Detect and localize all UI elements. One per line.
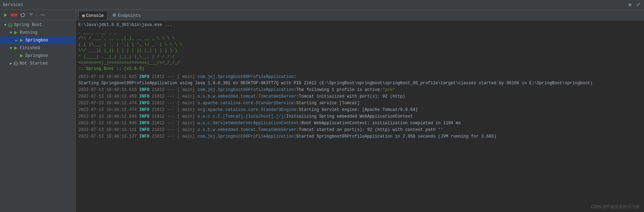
main-content: ▼ Spring Boot ▼ Running [0, 10, 644, 212]
restart-all-button[interactable] [19, 12, 26, 19]
running-service-icon [19, 38, 24, 43]
banner-line: . ____ _ __ _ _ [78, 29, 641, 35]
sidebar: ▼ Spring Boot ▼ Running [0, 10, 76, 212]
banner-line: \\/ ___)| |_)| | | | | || (_| | ) ) ) ) [78, 48, 641, 54]
console-tabs: ▤ Console Endpoints [76, 10, 644, 20]
expand-arrow-running: ▼ [8, 30, 13, 35]
sidebar-item-finished-group[interactable]: ▼ Finished [0, 44, 75, 52]
springboot-icon [8, 22, 13, 27]
endpoints-tab-label: Endpoints [118, 13, 141, 18]
log-line: 2022-07-13 10:40:12.846 INFO 21812 --- [… [78, 113, 641, 120]
not-started-icon [13, 61, 18, 66]
expand-arrow-not-started: ▶ [8, 61, 13, 66]
title-bar-title: Services [3, 2, 23, 7]
expand-arrow-running-service: ▶ [14, 38, 19, 43]
running-group-label: Running [20, 30, 37, 35]
sidebar-item-running-group[interactable]: ▼ Running [0, 29, 75, 37]
toolbar-separator [37, 12, 37, 18]
springboot-running-label: Springboo [25, 38, 48, 43]
cmd-line: E:\Java\jdk1.8.0_301\bin\java.exe ... [78, 22, 641, 28]
springboot-finished-label: Springboo [25, 53, 48, 58]
svg-marker-11 [20, 39, 23, 42]
banner-line: ' |____| .__|_| |_|_| |_\__, | / / / / [78, 54, 641, 60]
expand-arrow-finished: ▼ [8, 46, 13, 51]
endpoints-tab-icon [112, 13, 116, 18]
banner-line: ( ( )\___ | '_ | '_| | '_ \/ _` | \ \ \ … [78, 42, 641, 48]
log-line: 2022-07-13 10:40:12.846 INFO 21812 --- [… [78, 120, 641, 126]
log-line: 2022-07-13 10:40:12.474 INFO 21812 --- [… [78, 107, 641, 113]
sidebar-item-springboot-finished[interactable]: ▶ Springboo [0, 52, 75, 60]
springboot-root-label: Spring Boot [14, 22, 42, 27]
running-group-icon [13, 30, 18, 35]
log-line: 2022-07-13 10:40:11.615 INFO 21812 --- [… [78, 74, 641, 86]
banner-line: /\\ / ___'_ __ _ _(_)_ __ __ _ \ \ \ \ [78, 35, 641, 41]
console-tab-label: Console [86, 13, 104, 18]
console-panel: ▤ Console Endpoints E:\Java\jdk1.8.0_301… [76, 10, 644, 212]
svg-point-8 [44, 14, 44, 15]
log-lines-container: 2022-07-13 10:40:11.615 INFO 21812 --- [… [78, 74, 641, 140]
more-button[interactable] [39, 12, 46, 19]
banner-line: =========|_|===============|___/=/_/_/_/ [78, 60, 641, 66]
settings-icon[interactable]: ⚙ [627, 2, 633, 8]
console-output[interactable]: E:\Java\jdk1.8.0_301\bin\java.exe ... . … [76, 20, 644, 212]
sidebar-tree: ▼ Spring Boot ▼ Running [0, 20, 75, 212]
svg-rect-1 [14, 14, 17, 16]
sidebar-item-springboot-running[interactable]: ▶ Springboo [0, 37, 75, 44]
filter-button[interactable] [27, 12, 34, 19]
svg-point-7 [42, 14, 43, 15]
run-all-button[interactable] [2, 12, 9, 19]
banner-line: :: Spring Boot :: (v2.6.9) [78, 66, 641, 72]
console-tab-icon: ▤ [82, 13, 85, 18]
finished-group-label: Finished [20, 46, 40, 51]
stop-all-button[interactable] [11, 12, 18, 19]
svg-marker-10 [14, 31, 17, 34]
not-started-group-label: Not Started [20, 61, 47, 66]
spring-banner: . ____ _ __ _ _ /\\ / ___'_ __ _ _(_)_ _… [78, 29, 641, 72]
log-line: 2022-07-13 10:40:12.459 INFO 21812 --- [… [78, 93, 641, 100]
finished-group-icon [13, 46, 18, 51]
log-line: 2022-07-13 10:40:12.474 INFO 21812 --- [… [78, 100, 641, 106]
title-bar-actions: ⚙ ⤢ [627, 2, 641, 8]
sidebar-item-not-started-group[interactable]: ▶ Not Started [0, 60, 75, 67]
watermark: CSDN @不会压壶的小飞侠 [591, 204, 640, 210]
log-line: 2022-07-13 10:40:11.615 INFO 21812 --- [… [78, 87, 641, 93]
tab-endpoints[interactable]: Endpoints [108, 11, 145, 20]
expand-arrow-springboot: ▼ [3, 22, 8, 27]
log-line: 2022-07-13 10:40:13.111 INFO 21812 --- [… [78, 127, 641, 133]
expand-icon[interactable]: ⤢ [636, 2, 641, 8]
log-line: 2022-07-13 10:40:13.127 INFO 21812 --- [… [78, 133, 641, 140]
svg-marker-12 [14, 46, 17, 50]
svg-marker-2 [20, 13, 22, 15]
svg-point-6 [40, 14, 41, 15]
sidebar-item-springboot-root[interactable]: ▼ Spring Boot [0, 21, 75, 29]
finished-service-icon [19, 53, 24, 58]
svg-marker-0 [4, 13, 7, 17]
tab-console[interactable]: ▤ Console [78, 11, 108, 20]
sidebar-toolbar [0, 10, 75, 20]
title-bar: Services ⚙ ⤢ [0, 0, 644, 10]
svg-marker-13 [20, 54, 23, 58]
